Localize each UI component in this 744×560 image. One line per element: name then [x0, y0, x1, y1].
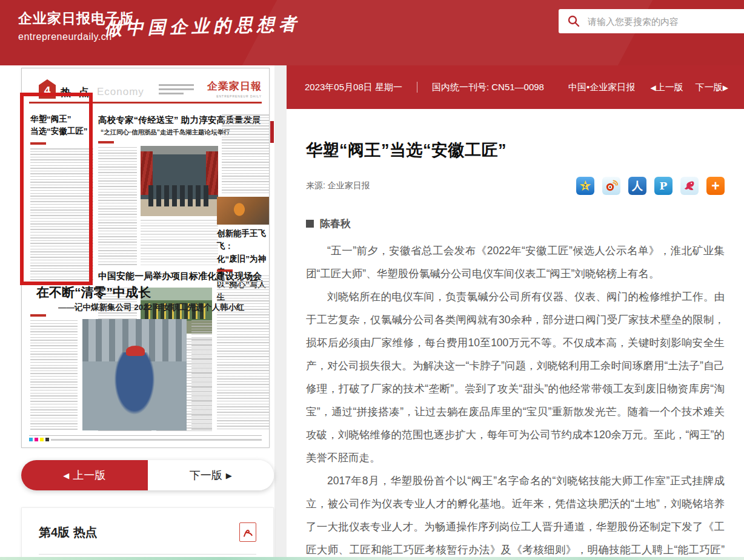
- sina-weibo-icon[interactable]: [602, 177, 620, 195]
- registration-mark-black: [45, 438, 49, 441]
- edition-sidebar: 4 热 点 Economy 企業家日報 ENTREPRENEUR DAILY 华…: [0, 65, 274, 560]
- newspaper-photo-ceremony: [141, 146, 218, 216]
- divider: [39, 554, 256, 555]
- newsprint-text: [98, 147, 137, 267]
- share-toolbar: ★z 人 P: [576, 177, 725, 195]
- site-slogan: 做中国企业的思想者: [104, 12, 301, 41]
- newsprint-text: [222, 114, 269, 193]
- page-articles-card: 第4版 热点 高校专家“传经送宝” 助力淳安高质量发展: [21, 507, 274, 560]
- newsprint-text: [217, 275, 269, 432]
- crowd-silhouette: [148, 185, 210, 206]
- article-content: 华塑“阀王”当选“安徽工匠” 来源: 企业家日报 ★z 人 P: [287, 139, 744, 560]
- newspaper-photo-worker-drill: [82, 319, 187, 430]
- edition-info-bar: 2023年05月08日 星期一 国内统一刊号: CN51—0098 中国•企业家…: [287, 65, 744, 109]
- author-bullet-square: [306, 220, 314, 228]
- renren-icon[interactable]: 人: [628, 177, 646, 195]
- article-source: 来源: 企业家日报: [306, 180, 370, 191]
- newsprint-text: [30, 148, 93, 282]
- mid-article-headline[interactable]: 中国安能一局举办项目标准化建设现场会: [98, 271, 262, 282]
- byline-chip: [98, 141, 114, 143]
- author-line: 陈春秋: [306, 217, 725, 231]
- left-arrow-icon: ◀: [63, 471, 69, 480]
- bottom-article-subhead: ——记中煤新集公司 2022 年女职工先进个人韩小红: [58, 302, 268, 313]
- pdf-icon[interactable]: [239, 522, 256, 542]
- newsprint-text: [141, 220, 218, 267]
- newspaper-miniature: 4 热 点 Economy 企業家日報 ENTREPRENEUR DAILY 华…: [22, 68, 269, 447]
- masthead-subtitle: ENTREPRENEUR DAILY: [207, 94, 262, 98]
- masthead-title: 企業家日報: [207, 79, 262, 93]
- worker-silhouette: [111, 352, 158, 419]
- newspaper-photo-worker-small: [217, 197, 269, 225]
- pdf-glyph: [242, 526, 253, 538]
- weibo-eye-glyph: [605, 179, 618, 193]
- newspaper-scrollbar-thumb[interactable]: [270, 121, 274, 143]
- author-name: 陈春秋: [320, 217, 351, 231]
- page-number-badge: 4: [39, 79, 56, 99]
- paper-brand: 中国•企业家日报: [568, 82, 635, 93]
- paragraph: 刘晓铭所在的电仪车间，负责氯碱分公司所有仪器、仪表、阀门的检修维护工作。由于工艺…: [306, 285, 725, 469]
- article-title: 华塑“阀王”当选“安徽工匠”: [306, 139, 725, 161]
- site-header: 企业家日报电子版 entrepreneurdaily.cn 做中国企业的思想者: [0, 0, 744, 65]
- byline-chip: [30, 142, 46, 145]
- page-section-name-en: Economy: [97, 86, 144, 98]
- share-more-icon[interactable]: +: [706, 177, 725, 195]
- page-articles-title: 第4版 热点: [39, 524, 98, 541]
- right-arrow-icon: ▶: [226, 471, 232, 480]
- footer-text-placeholder: [51, 439, 262, 441]
- page-navigation: ◀ 上一版 下一版 ▶: [21, 460, 274, 490]
- bottom-edge-strip: [0, 557, 744, 560]
- bottom-article-headline[interactable]: 在不断“清零”中成长: [36, 284, 218, 301]
- newspaper-masthead: 企業家日報 ENTREPRENEUR DAILY: [207, 79, 262, 98]
- newspaper-page-preview[interactable]: 4 热 点 Economy 企業家日報 ENTREPRENEUR DAILY 华…: [21, 68, 270, 448]
- pengyou-icon[interactable]: P: [654, 177, 673, 195]
- next-page-button[interactable]: 下一版 ▶: [148, 460, 274, 490]
- edition-prev-next-nav: ◀上一版 下一版▶: [651, 82, 728, 93]
- newspaper-footer: [29, 435, 262, 441]
- registration-mark-yellow: [40, 438, 44, 441]
- article-meta-row: 来源: 企业家日报 ★z 人 P: [306, 177, 725, 195]
- edition-date: 2023年05月08日 星期一: [305, 82, 402, 93]
- article-pane: 2023年05月08日 星期一 国内统一刊号: CN51—0098 中国•企业家…: [287, 65, 744, 560]
- paragraph: 2017年8月，华塑股份首个以“阀王”名字命名的“刘晓铭技能大师工作室”正式挂牌…: [306, 469, 725, 560]
- page-section-name: 热 点: [61, 85, 91, 99]
- divider: [417, 82, 417, 93]
- prev-page-button[interactable]: ◀ 上一版: [21, 460, 148, 490]
- right-arrow-icon: ▶: [723, 84, 728, 92]
- byline-chip: [30, 314, 46, 317]
- bird-glyph: [683, 179, 696, 193]
- prev-page-link[interactable]: ◀上一版: [651, 82, 683, 93]
- article-body: “五一”前夕，安徽省总工会发布《2022年“安徽工匠”候选人公示名单》，淮北矿业…: [306, 239, 725, 560]
- search-bar[interactable]: [559, 9, 744, 33]
- newspaper-page-header: 4 热 点 Economy 企業家日報 ENTREPRENEUR DAILY: [29, 78, 262, 104]
- qzone-icon[interactable]: ★z: [576, 177, 594, 195]
- search-input[interactable]: [588, 16, 744, 27]
- issue-number: 国内统一刊号: CN51—0098: [432, 82, 544, 93]
- newsprint-text: [30, 320, 78, 432]
- tencent-weibo-icon[interactable]: [680, 177, 699, 195]
- newsprint-text: [191, 320, 212, 432]
- article-headline-left-column[interactable]: 华塑“阀王” 当选“安徽工匠”: [30, 113, 93, 137]
- next-page-link[interactable]: 下一版▶: [696, 82, 728, 93]
- paragraph: “五一”前夕，安徽省总工会发布《2022年“安徽工匠”候选人公示名单》，淮北矿业…: [306, 239, 725, 285]
- red-helmet: [126, 346, 145, 356]
- registration-mark-magenta: [35, 438, 38, 441]
- left-arrow-icon: ◀: [651, 84, 656, 92]
- search-icon: [567, 15, 580, 28]
- newspaper-dateline-placeholder: [159, 84, 194, 97]
- registration-mark-cyan: [29, 438, 33, 441]
